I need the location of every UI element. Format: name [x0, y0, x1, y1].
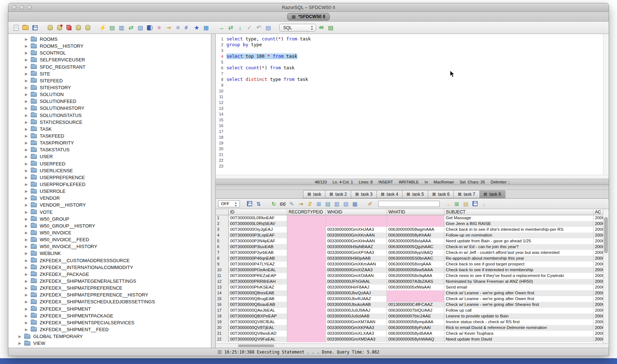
- cell-subject[interactable]: Check back to see if interested in membe…: [444, 267, 594, 273]
- disclosure-triangle-icon[interactable]: ▶: [25, 86, 31, 90]
- results-horizontal-scrollbar-thumb[interactable]: [238, 344, 274, 347]
- cell-id[interactable]: 00T3000000P47LYEAZ: [229, 261, 287, 267]
- disclosure-triangle-icon[interactable]: ▶: [25, 141, 31, 145]
- cell-whatid[interactable]: 006300000058xrqAAA: [387, 261, 444, 267]
- tree-item-vote[interactable]: ▶VOTE: [8, 209, 211, 216]
- cell-whoid[interactable]: 0033000000GmXOiAAN: [326, 273, 387, 279]
- disclosure-triangle-icon[interactable]: ▶: [25, 134, 31, 138]
- disclosure-triangle-icon[interactable]: ▶: [25, 182, 31, 186]
- disclosure-triangle-icon[interactable]: ▶: [25, 307, 31, 311]
- cell-recordtypeid[interactable]: [287, 331, 326, 337]
- cell-whatid[interactable]: 006300000058wgmAAA: [387, 227, 444, 233]
- editor-line[interactable]: 12: [216, 100, 609, 105]
- cell-recordtypeid[interactable]: [287, 215, 326, 221]
- disclosure-triangle-icon[interactable]: ▶: [25, 272, 31, 276]
- tree-item-zkfedex-shipmentspecialservices[interactable]: ▶ZKFEDEX__SHIPMENTSPECIALSERVICES: [8, 319, 211, 326]
- disclosure-triangle-icon[interactable]: ▶: [25, 203, 31, 207]
- tree-item-zkfedex-package[interactable]: ▶ZKFEDEX__PACKAGE: [8, 271, 211, 278]
- editor-line[interactable]: 10: [216, 88, 609, 94]
- cell-subject[interactable]: Rick to email David & reference Delmonte…: [444, 325, 594, 331]
- cell-recordtypeid[interactable]: [287, 227, 326, 233]
- disclosure-triangle-icon[interactable]: ▶: [25, 51, 31, 55]
- editor-line[interactable]: 1select type, count(*) from task: [216, 36, 609, 42]
- cell-subject[interactable]: Check-in w/ Ed - can he join this year?: [444, 244, 594, 250]
- tree-item-solution[interactable]: ▶SOLUTION: [8, 91, 211, 98]
- header-cell-whoid[interactable]: WHOID: [326, 209, 387, 215]
- cell-subject[interactable]: Re-approach about membership this year: [444, 256, 594, 261]
- editor-line[interactable]: 14: [216, 111, 609, 117]
- copy-script-icon[interactable]: ▧: [136, 23, 144, 32]
- tree-item-rooms-history[interactable]: ▶ROOMS__HISTORY: [8, 43, 211, 49]
- disclosure-triangle-icon[interactable]: ▶: [25, 189, 31, 193]
- close-tab-icon[interactable]: ⊠: [484, 192, 487, 197]
- cell-recordtypeid[interactable]: [287, 285, 326, 290]
- new-file-icon[interactable]: [12, 23, 20, 32]
- cell-ac[interactable]: 2006: [594, 331, 603, 337]
- cell-subject[interactable]: Follow-up on nomination: [444, 233, 594, 238]
- tree-item-sitefeed[interactable]: ▶SITEFEED: [8, 77, 211, 84]
- results-vertical-scrollbar[interactable]: [603, 209, 609, 343]
- cell-whatid[interactable]: 00630000007bIQUAA2: [387, 308, 444, 313]
- window-titlebar[interactable]: RazorSQL – SFDCW50 II: [8, 3, 609, 12]
- disclosure-triangle-icon[interactable]: ▶: [25, 217, 31, 221]
- cell-id[interactable]: 00T3000000Q8rexEAB: [229, 290, 287, 296]
- cell-ac[interactable]: 2006: [594, 221, 603, 227]
- cell-whoid[interactable]: 0033000000Ju9J9AAJ: [326, 308, 387, 313]
- cell-whatid[interactable]: [387, 296, 444, 302]
- editor-line[interactable]: 6select count(*) from task: [216, 65, 609, 71]
- cell-id[interactable]: 00T3000000L0RknEAF: [229, 215, 287, 221]
- resume-execution-icon[interactable]: →: [217, 23, 225, 32]
- results-tab-task-4[interactable]: ⊠task 4: [376, 190, 402, 198]
- disclosure-triangle-icon[interactable]: ▶: [25, 127, 31, 131]
- cell-recordtypeid[interactable]: [287, 313, 326, 319]
- editor-line[interactable]: 2group by type: [216, 42, 609, 48]
- tree-item-zkfedex-shipmatescheduledjobssettings[interactable]: ▶ZKFEDEX__SHIPMATESCHEDULEDJOBSSETTINGS: [8, 298, 211, 305]
- disclosure-triangle-icon[interactable]: ▶: [25, 72, 31, 76]
- cell-subject[interactable]: Leanne to provide update to Bain: [444, 313, 594, 319]
- filter-results-icon[interactable]: ⇅: [255, 200, 262, 208]
- disclosure-triangle-icon[interactable]: ▶: [25, 293, 31, 297]
- cell-recordtypeid[interactable]: [287, 256, 326, 261]
- results-tab-task-7[interactable]: ⊠task 7: [453, 190, 479, 198]
- cell-whoid[interactable]: 0033000000H9aNBAAZ: [326, 244, 387, 250]
- disclosure-triangle-icon[interactable]: ▶: [25, 210, 31, 214]
- disclosure-triangle-icon[interactable]: ▶: [18, 341, 24, 345]
- cell-ac[interactable]: 2006: [594, 279, 603, 285]
- cell-whoid[interactable]: [326, 215, 387, 221]
- editor-line[interactable]: 16: [216, 123, 609, 129]
- cell-ac[interactable]: 2006: [594, 337, 603, 342]
- cell-whatid[interactable]: [387, 290, 444, 296]
- close-tab-icon[interactable]: ⊠: [307, 192, 311, 197]
- disclosure-triangle-icon[interactable]: ▶: [25, 244, 31, 248]
- cell-ac[interactable]: 2006: [594, 233, 603, 238]
- cell-recordtypeid[interactable]: [287, 273, 326, 279]
- cell-subject[interactable]: Check back in to see if she's interested…: [444, 227, 594, 233]
- cell-whatid[interactable]: 006300000058ypVAAQ: [387, 250, 444, 256]
- cell-whatid[interactable]: 00630000007bIc2AAE: [387, 313, 444, 319]
- format-sql-icon[interactable]: ≡: [174, 23, 182, 32]
- cell-recordtypeid[interactable]: [287, 325, 326, 331]
- editor-line[interactable]: 21: [216, 152, 609, 157]
- cell-whoid[interactable]: 0033000000GmXLXAA3: [326, 331, 387, 337]
- cell-recordtypeid[interactable]: [287, 250, 326, 256]
- results-search-input[interactable]: [378, 201, 440, 207]
- cell-ac[interactable]: 2006: [594, 267, 603, 273]
- cell-subject[interactable]: Follow up call: [444, 308, 594, 313]
- close-tab-icon[interactable]: ⊠: [329, 192, 333, 197]
- cell-subject[interactable]: Check back to see if good target prospec…: [444, 261, 594, 267]
- header-cell-whatid[interactable]: WHATID: [387, 209, 444, 215]
- editor-line[interactable]: 3: [216, 48, 609, 53]
- cell-id[interactable]: 00T3000000PRR8rEAH: [229, 279, 287, 285]
- results-tab-task[interactable]: ⊠task: [303, 190, 325, 198]
- tree-item-w50-group-history[interactable]: ▶W50_GROUP__HISTORY: [8, 222, 211, 229]
- cell-subject[interactable]: Need update from Bain - gave go ahead 1/…: [444, 238, 594, 244]
- cell-whoid[interactable]: 0033000000JFhGlAAL: [326, 279, 387, 285]
- cell-subject[interactable]: Get Massage: [444, 215, 594, 221]
- add-connection-icon[interactable]: [74, 23, 82, 32]
- cell-id[interactable]: 00T3000000P3N4pEAF: [229, 238, 287, 244]
- connect-database-icon[interactable]: [46, 23, 54, 32]
- disclosure-triangle-icon[interactable]: ▶: [25, 106, 31, 110]
- cell-whoid[interactable]: 0033000000GmXHJAA3: [326, 227, 387, 233]
- cell-whoid[interactable]: 0033000000GmXPYAA3: [326, 250, 387, 256]
- cell-ac[interactable]: 2006: [594, 256, 603, 261]
